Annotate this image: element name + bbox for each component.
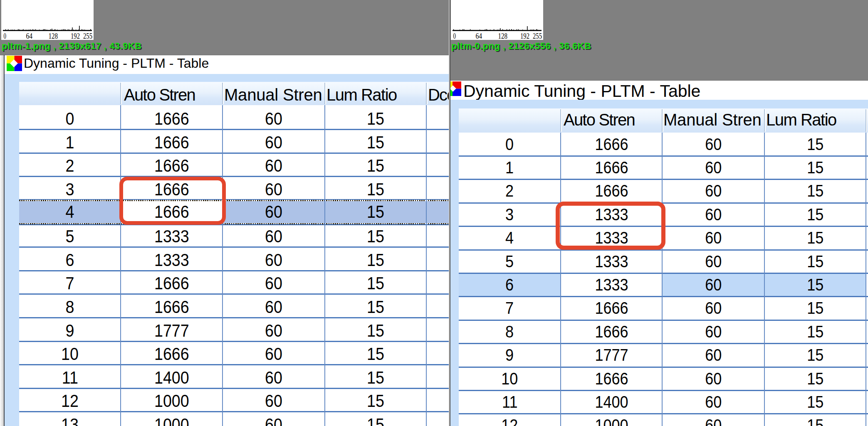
svg-text:192: 192 xyxy=(520,32,529,40)
svg-text:192: 192 xyxy=(71,32,80,40)
svg-text:128: 128 xyxy=(49,32,58,40)
svg-text:128: 128 xyxy=(498,32,508,40)
svg-text:0: 0 xyxy=(453,32,456,40)
svg-text:0: 0 xyxy=(4,32,7,40)
svg-text:255: 255 xyxy=(83,32,92,40)
svg-text:255: 255 xyxy=(533,32,542,40)
svg-text:64: 64 xyxy=(26,32,33,40)
svg-text:64: 64 xyxy=(476,32,482,40)
